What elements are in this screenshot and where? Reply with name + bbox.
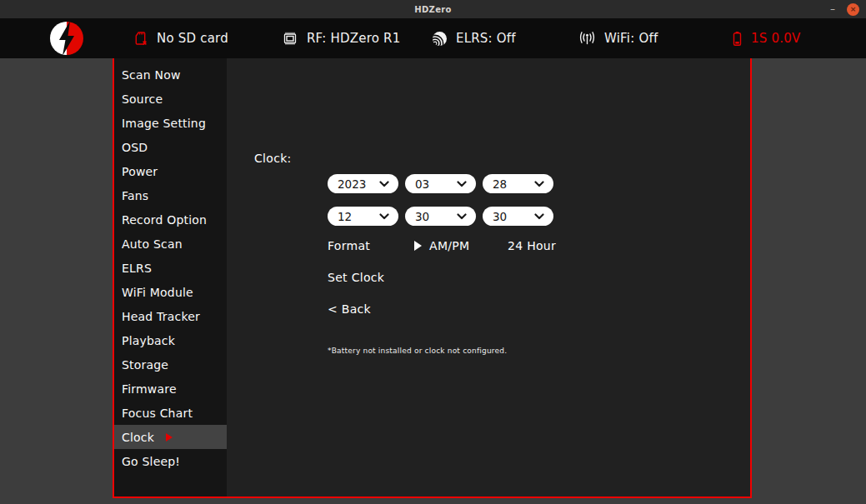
sidebar-item-elrs[interactable]: ELRS <box>114 256 227 280</box>
no-sd-card-icon <box>133 31 148 46</box>
year-value: 2023 <box>338 177 366 191</box>
chevron-down-icon <box>534 213 544 220</box>
back-button[interactable]: < Back <box>328 302 371 316</box>
rf-status: RF: HDZero R1 <box>282 18 400 58</box>
battery-note: *Battery not installed or clock not conf… <box>328 347 507 355</box>
sidebar-item-storage[interactable]: Storage <box>114 352 227 377</box>
hdzero-logo-icon <box>48 20 85 57</box>
elrs-status-label: ELRS: Off <box>456 31 516 46</box>
year-select[interactable]: 2023 <box>328 174 398 193</box>
elrs-status: ELRS: Off <box>432 18 516 58</box>
sidebar-item-record-option[interactable]: Record Option <box>114 207 227 232</box>
rf-chip-icon <box>282 31 298 46</box>
hour-select[interactable]: 12 <box>328 207 398 226</box>
minute-select[interactable]: 30 <box>405 207 476 226</box>
day-value: 28 <box>493 177 507 191</box>
sidebar-item-focus-chart[interactable]: Focus Chart <box>114 401 227 425</box>
format-cursor-arrow-icon <box>414 241 422 251</box>
elrs-icon <box>432 31 448 47</box>
sidebar-item-wifi-module[interactable]: WiFi Module <box>114 280 227 304</box>
battery-status: 1S 0.0V <box>732 18 800 58</box>
sidebar-item-label: Clock <box>122 431 154 444</box>
format-option-24hour[interactable]: 24 Hour <box>508 239 556 252</box>
chevron-down-icon <box>457 181 467 187</box>
sidebar-item-clock[interactable]: Clock <box>114 425 227 449</box>
chevron-down-icon <box>379 181 389 187</box>
sidebar-item-power[interactable]: Power <box>114 159 227 183</box>
titlebar: HDZero – × <box>0 0 866 18</box>
window-title: HDZero <box>414 5 451 14</box>
sidebar-item-scan-now[interactable]: Scan Now <box>114 62 227 87</box>
status-header: No SD card RF: HDZero R1 <box>0 18 866 58</box>
chevron-down-icon <box>534 181 544 187</box>
clock-settings-panel: Clock: 2023 03 28 <box>227 58 750 497</box>
time-select-row: 12 30 30 <box>328 207 553 226</box>
sidebar-item-osd[interactable]: OSD <box>114 135 227 159</box>
battery-icon <box>732 31 743 47</box>
hdzero-app-window: HDZero – × No SD card <box>0 0 866 504</box>
sidebar-menu: Scan Now Source Image Setting OSD Power … <box>114 58 227 497</box>
second-value: 30 <box>493 210 507 223</box>
sidebar-item-head-tracker[interactable]: Head Tracker <box>114 304 227 328</box>
wifi-status: WiFi: Off <box>578 18 658 58</box>
date-select-row: 2023 03 28 <box>328 174 553 193</box>
minute-value: 30 <box>415 210 429 223</box>
second-select[interactable]: 30 <box>483 207 553 226</box>
month-value: 03 <box>415 177 429 191</box>
format-option-ampm[interactable]: AM/PM <box>429 239 469 252</box>
set-clock-button[interactable]: Set Clock <box>328 271 384 284</box>
chevron-down-icon <box>457 213 467 220</box>
sd-status: No SD card <box>133 18 228 58</box>
sidebar-item-source[interactable]: Source <box>114 87 227 111</box>
wifi-antenna-icon <box>578 31 596 46</box>
selected-item-arrow-icon <box>166 433 173 442</box>
month-select[interactable]: 03 <box>405 174 476 193</box>
wifi-status-label: WiFi: Off <box>604 31 658 46</box>
sidebar-item-auto-scan[interactable]: Auto Scan <box>114 232 227 256</box>
window-controls: – × <box>830 0 859 18</box>
sidebar-item-fans[interactable]: Fans <box>114 183 227 207</box>
chevron-down-icon <box>379 213 389 220</box>
minimize-button[interactable]: – <box>830 5 835 13</box>
battery-status-label: 1S 0.0V <box>751 31 800 46</box>
sidebar-item-playback[interactable]: Playback <box>114 328 227 352</box>
format-row: Format AM/PM 24 Hour <box>227 239 750 252</box>
sidebar-item-image-setting[interactable]: Image Setting <box>114 111 227 135</box>
day-select[interactable]: 28 <box>483 174 553 193</box>
sidebar-item-go-sleep[interactable]: Go Sleep! <box>114 449 227 473</box>
hour-value: 12 <box>338 210 352 223</box>
sidebar-item-firmware[interactable]: Firmware <box>114 377 227 401</box>
close-button[interactable]: × <box>847 3 859 16</box>
format-label: Format <box>328 239 370 252</box>
rf-status-label: RF: HDZero R1 <box>307 31 400 46</box>
sd-status-label: No SD card <box>157 31 228 46</box>
page-title: Clock: <box>254 152 292 165</box>
goggle-screen: Scan Now Source Image Setting OSD Power … <box>113 58 752 498</box>
